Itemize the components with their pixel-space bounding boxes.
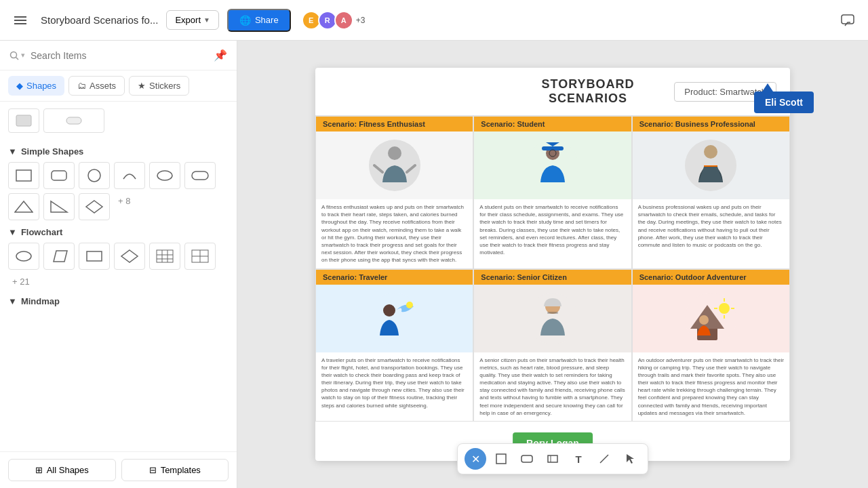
chat-button[interactable] [835,8,860,33]
share-label: Share [255,15,279,25]
simple-shapes-grid: + 8 [8,162,229,220]
scenario-business: Scenario: Business Professional A busine… [632,116,790,269]
scenario-traveler-label: Scenario: Traveler [316,270,473,285]
shape-diamond-flow[interactable] [114,243,145,270]
preview-box-1[interactable] [8,108,39,133]
share-button[interactable]: 🌐 Share [227,9,291,32]
globe-icon: 🌐 [239,15,251,26]
search-icon: ▾ [9,51,25,60]
templates-icon: ⊟ [149,465,157,475]
shape-grid-large[interactable] [184,243,216,270]
shape-oval[interactable] [149,162,180,189]
line-tool-button[interactable] [593,448,615,470]
svg-point-13 [16,251,31,261]
scenario-traveler: Scenario: Traveler A traveler puts on th… [315,269,473,422]
avatar-3: A [334,11,353,30]
export-button[interactable]: Export ▼ [166,10,218,30]
scenario-business-text: A business professional wakes up and put… [633,199,789,268]
cutout-rect-tool-button[interactable] [542,448,564,470]
svg-point-26 [388,146,401,160]
svg-line-2 [16,57,19,60]
scenario-business-label: Scenario: Business Professional [633,117,789,131]
templates-button[interactable]: ⊟ Templates [121,459,229,481]
svg-rect-41 [547,312,558,314]
svg-rect-9 [192,171,208,180]
shapes-label: Shapes [26,81,56,91]
all-shapes-button[interactable]: ⊞ All Shapes [8,459,116,481]
eli-tooltip: Eli Scott [754,92,814,113]
shape-rounded-rect[interactable] [43,162,75,189]
search-input[interactable] [31,50,208,61]
sidebar-search-area: ▾ 📌 [0,41,237,70]
section-flowchart-header[interactable]: ▼ Flowchart [8,227,229,237]
preview-box-2[interactable] [43,108,104,133]
square-tool-button[interactable] [490,448,512,470]
svg-rect-5 [16,170,31,181]
all-shapes-icon: ⊞ [35,465,43,475]
scenario-student-image [474,131,631,199]
shape-oval-flow[interactable] [8,243,39,270]
flowchart-more[interactable]: + 21 [8,274,34,289]
tab-assets[interactable]: 🗂 Assets [68,76,125,96]
menu-button[interactable] [8,8,33,33]
svg-point-45 [719,303,730,314]
svg-point-36 [369,293,420,344]
canvas-area[interactable]: STORYBOARD SCENARIOS Product: Smartwatch… [237,41,868,488]
collaborator-avatars: E R A +3 [304,11,366,30]
stickers-icon: ★ [138,81,146,91]
flowchart-arrow-icon: ▼ [8,227,17,237]
topbar: Storyboard Scenarios fo... Export ▼ 🌐 Sh… [0,0,868,41]
sidebar-bottom-buttons: ⊞ All Shapes ⊟ Templates [0,451,237,488]
shape-square[interactable] [8,162,39,189]
svg-rect-6 [52,171,66,180]
svg-marker-14 [54,251,67,262]
all-shapes-label: All Shapes [47,465,89,475]
storyboard-grid: Scenario: Fitness Enthusiast A fitness e… [315,116,790,422]
simple-shapes-more[interactable]: + 8 [114,193,134,220]
shape-parallelogram[interactable] [43,243,75,270]
flowchart-shapes-grid: + 21 [8,243,229,289]
tab-stickers[interactable]: ★ Stickers [129,76,189,96]
shape-circle[interactable] [79,162,110,189]
hamburger-icon [14,20,26,21]
cursor-tool-button[interactable] [619,448,641,470]
tab-shapes[interactable]: ◆ Shapes [8,76,64,96]
close-tool-button[interactable]: ✕ [465,448,486,470]
storyboard-title: STORYBOARD SCENARIOS [502,77,675,106]
shape-rect-flow[interactable] [79,243,110,270]
text-tool-button[interactable]: T [568,448,589,470]
eli-cursor-icon [762,83,773,92]
scenario-student-label: Scenario: Student [474,117,631,131]
shape-stadium[interactable] [184,162,216,189]
section-mindmap-header[interactable]: ▼ Mindmap [8,296,229,306]
shape-arc[interactable] [114,162,145,189]
assets-icon: 🗂 [77,81,86,91]
svg-rect-53 [548,455,557,462]
scenario-outdoor-label: Scenario: Outdoor Adventurer [633,270,789,285]
svg-marker-56 [627,454,634,464]
svg-point-37 [383,304,395,317]
rounded-rect-tool-button[interactable] [516,448,538,470]
scenario-fitness-image [316,131,473,199]
scenario-business-image [633,131,789,199]
shape-grid-small[interactable] [149,243,180,270]
scenario-fitness-text: A fitness enthusiast wakes up and puts o… [316,199,473,268]
svg-marker-10 [15,201,33,212]
scenario-outdoor-image [633,285,789,352]
section-simple-shapes-label: Simple Shapes [21,146,83,157]
scenario-student: Scenario: Student A student puts on thei… [473,116,631,269]
svg-point-8 [157,171,172,180]
scenario-outdoor-text: An outdoor adventurer puts on their smar… [633,352,789,422]
shape-triangle[interactable] [8,193,39,220]
shape-diamond[interactable] [79,193,110,220]
scenario-senior: Scenario: Senior Citizen A senior citize… [473,269,631,422]
svg-rect-17 [157,250,173,262]
eli-tooltip-label: Eli Scott [765,97,803,108]
scenario-fitness-label: Scenario: Fitness Enthusiast [316,117,473,131]
svg-rect-15 [87,251,102,261]
shape-right-triangle[interactable] [43,193,75,220]
svg-point-1 [11,52,17,58]
section-simple-shapes-header[interactable]: ▼ Simple Shapes [8,146,229,157]
assets-label: Assets [90,81,116,91]
storyboard-header: STORYBOARD SCENARIOS Product: Smartwatch [315,68,790,116]
